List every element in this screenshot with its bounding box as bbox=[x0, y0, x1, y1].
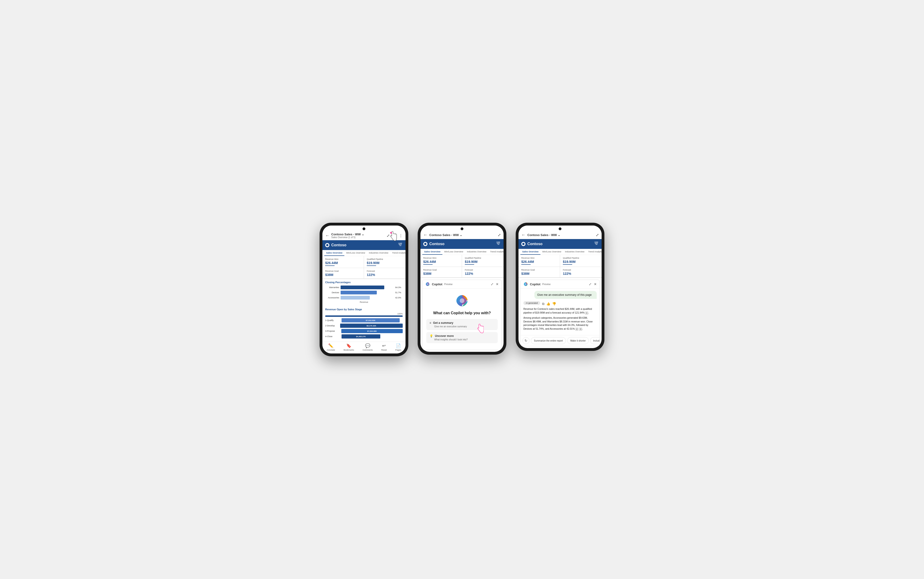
metric-revenue-goal-2: Revenue Goal $38M bbox=[420, 267, 462, 278]
copilot-close-icon-2[interactable]: ✕ bbox=[496, 282, 499, 286]
nav-tabs-2: Sales Overview Win/Loss Overview Industr… bbox=[420, 249, 504, 255]
stage-qualify: 1-Qualify $7,912.02K bbox=[325, 318, 403, 322]
copilot-expand-icon-3[interactable]: ⤢ bbox=[589, 282, 592, 286]
tab-industries-1[interactable]: Industries Overview bbox=[367, 250, 390, 256]
title-text-2: Contoso Sales - WW bbox=[429, 233, 459, 237]
copy-icon-3[interactable]: ⧉ bbox=[542, 302, 545, 306]
title-chevron-2: ⌄ bbox=[460, 233, 462, 237]
brand-filter-icon-3[interactable] bbox=[594, 241, 599, 247]
svg-point-14 bbox=[499, 243, 500, 244]
copilot-panel-2: Copilot Preview ⤢ ✕ bbox=[422, 280, 502, 350]
tab-sales-overview-2[interactable]: Sales Overview bbox=[422, 249, 442, 255]
filter-icon-1[interactable] bbox=[392, 233, 397, 238]
title-block-2: Contoso Sales - WW ⌄ bbox=[429, 233, 498, 237]
thumbup-icon-3[interactable]: 👍 bbox=[546, 302, 550, 306]
svg-point-23 bbox=[596, 244, 597, 245]
summarize-report-btn[interactable]: Summarize the entire report bbox=[531, 337, 566, 344]
copilot-header-3: Copilot Preview ⤢ ✕ bbox=[521, 280, 600, 289]
brand-dot-inner-1 bbox=[326, 244, 329, 246]
camera-3 bbox=[559, 227, 561, 230]
uncover-more-suggestion[interactable]: 💡 Uncover more What insights should I lo… bbox=[426, 332, 498, 343]
copilot-header-icons-2: ⤢ ✕ bbox=[491, 282, 499, 286]
brand-left-1: Contoso bbox=[325, 243, 347, 247]
header-title-1: Contoso Sales - WW ⌄ bbox=[331, 232, 387, 236]
tab-trend-2[interactable]: Trend Analytics bbox=[488, 249, 504, 255]
back-button-1[interactable]: ← bbox=[325, 233, 329, 238]
copilot-logo-2 bbox=[425, 282, 430, 286]
make-shorter-btn[interactable]: Make it shorter bbox=[567, 337, 589, 344]
expand-icon-1[interactable]: ⤢ bbox=[387, 234, 390, 238]
metric-revenue-goal-3: Revenue Goal $38M bbox=[518, 267, 560, 278]
thumbdown-icon-3[interactable]: 👎 bbox=[552, 302, 556, 306]
annotate-label-1: Annotate bbox=[327, 349, 335, 351]
brand-name-1: Contoso bbox=[331, 243, 347, 247]
copilot-preview-2: Preview bbox=[444, 283, 453, 286]
tab-winloss-3[interactable]: Win/Loss Overview bbox=[540, 249, 563, 255]
header-subtitle-1: Sales Overview (1 of 5) bbox=[331, 236, 387, 239]
brand-filter-icon-2[interactable] bbox=[496, 241, 501, 247]
title-chevron-3: ⌄ bbox=[558, 233, 560, 237]
svg-point-9 bbox=[400, 245, 401, 246]
brand-name-3: Contoso bbox=[527, 242, 543, 246]
bar-row-accessories: Accessories 42.0% bbox=[325, 296, 403, 299]
copilot-header-2: Copilot Preview ⤢ ✕ bbox=[422, 280, 502, 289]
phone-notch-2 bbox=[420, 226, 504, 231]
refresh-button-3[interactable]: ↻ bbox=[522, 337, 530, 344]
more-icon-1[interactable]: ⋮ bbox=[399, 234, 403, 238]
include-more-btn[interactable]: Include more details bbox=[590, 337, 600, 344]
metric-revenue-won-3: Revenue Won $26.44M bbox=[518, 255, 560, 267]
ref-3[interactable]: 3 bbox=[579, 327, 582, 331]
ref-1[interactable]: 1 bbox=[585, 311, 588, 315]
nav-bookmarks-1[interactable]: 🔖 Bookmarks bbox=[343, 343, 354, 351]
svg-point-13 bbox=[497, 242, 497, 242]
nav-reset-1[interactable]: ↩ Reset bbox=[381, 343, 387, 351]
nav-comments-1[interactable]: 💬 Comments bbox=[363, 343, 373, 351]
brand-left-2: Contoso bbox=[423, 242, 445, 246]
phone2-header: ← Contoso Sales - WW ⌄ ⤢ bbox=[420, 231, 504, 239]
expand-icon-2[interactable]: ⤢ bbox=[498, 233, 501, 237]
copilot-close-icon-3[interactable]: ✕ bbox=[594, 282, 597, 286]
back-button-2[interactable]: ← bbox=[423, 232, 427, 237]
get-summary-suggestion[interactable]: ≡ Get a summary Give me an executive sum… bbox=[426, 319, 498, 330]
brand-filter-icon-1[interactable] bbox=[397, 242, 403, 248]
svg-rect-1 bbox=[393, 235, 396, 236]
svg-point-7 bbox=[399, 243, 399, 244]
tab-sales-overview-1[interactable]: Sales Overview bbox=[324, 250, 344, 256]
phone-2: ← Contoso Sales - WW ⌄ ⤢ Contoso bbox=[418, 223, 506, 355]
tab-trend-3[interactable]: Trend Analytics bbox=[586, 249, 602, 255]
nav-annotate-1[interactable]: ✏️ Annotate bbox=[327, 343, 335, 351]
tab-industries-2[interactable]: Industries Overview bbox=[465, 249, 488, 255]
tab-sales-overview-3[interactable]: Sales Overview bbox=[520, 249, 540, 255]
metric-qualified-pipeline-1: Qualified Pipeline $19.90M bbox=[364, 256, 406, 268]
copilot-expand-icon-2[interactable]: ⤢ bbox=[491, 282, 494, 286]
tab-winloss-1[interactable]: Win/Loss Overview bbox=[344, 250, 367, 256]
suggestion-header-2: 💡 Uncover more bbox=[430, 334, 494, 338]
nav-tabs-1: Sales Overview Win/Loss Overview Industr… bbox=[322, 250, 406, 256]
suggestion-title-1: Get a summary bbox=[433, 321, 453, 324]
tab-trend-1[interactable]: Trend Analytics bbox=[390, 250, 406, 256]
back-button-3[interactable]: ← bbox=[521, 232, 525, 237]
bar-chart-1: Warranties 64.3% Devices 51.7% Accessori… bbox=[322, 285, 406, 306]
copilot-logo-3 bbox=[523, 282, 528, 286]
brand-left-3: Contoso bbox=[521, 242, 543, 246]
tab-winloss-2[interactable]: Win/Loss Overview bbox=[442, 249, 465, 255]
copilot-question-2: What can Copilot help you with? bbox=[426, 311, 498, 315]
bottom-suggestions-3: ↻ Summarize the entire report Make it sh… bbox=[521, 335, 600, 346]
tab-industries-3[interactable]: Industries Overview bbox=[563, 249, 586, 255]
brand-dot-1 bbox=[325, 243, 329, 247]
closing-pct-title-1: Closing Percentages bbox=[322, 279, 406, 285]
title-block-3: Contoso Sales - WW ⌄ bbox=[527, 233, 596, 237]
suggestion-icon-2: 💡 bbox=[430, 334, 433, 338]
comments-icon-1: 💬 bbox=[365, 343, 370, 348]
expand-icon-3[interactable]: ⤢ bbox=[596, 233, 599, 237]
title-text-1: Contoso Sales - WW bbox=[331, 232, 361, 236]
ref-2[interactable]: 2 bbox=[575, 327, 579, 331]
svg-point-3 bbox=[390, 232, 392, 234]
brand-bar-3: Contoso bbox=[518, 239, 602, 249]
brand-name-2: Contoso bbox=[429, 242, 445, 246]
nav-pages-1[interactable]: 📄 Pages bbox=[395, 343, 401, 351]
copilot-body-2: What can Copilot help you with? ≡ Get a … bbox=[422, 289, 502, 350]
metric-revenue-goal-1: Revenue Goal $38M bbox=[322, 268, 364, 279]
stage-close: 4-Close $4,465.27K bbox=[325, 334, 403, 339]
metric-qualified-pipeline-2: Qualified Pipeline $19.90M bbox=[462, 255, 504, 267]
